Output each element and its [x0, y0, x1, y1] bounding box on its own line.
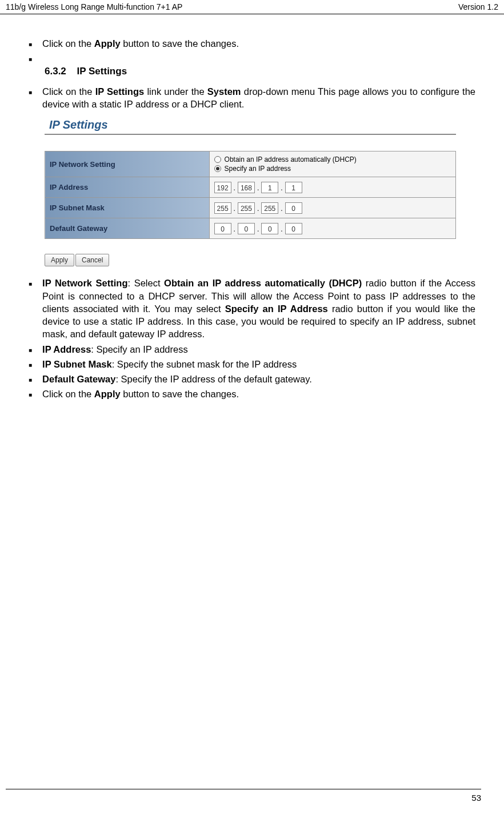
bullet-text: IP Network Setting: Select Obtain an IP …: [42, 277, 475, 340]
ip-octet-input[interactable]: 0: [261, 223, 278, 234]
config-table: IP Network Setting Obtain an IP address …: [45, 151, 456, 239]
ip-octet-input[interactable]: 0: [285, 202, 302, 214]
ip-octet-input[interactable]: 168: [238, 182, 255, 193]
bullet-marker-icon: ■: [29, 89, 32, 97]
subnet-label: IP Subnet Mask: [45, 198, 210, 218]
button-row: Apply Cancel: [45, 254, 456, 266]
bullet-apply-1: ■ Click on the Apply button to save the …: [29, 37, 475, 50]
bullet-ip-network-setting: ■ IP Network Setting: Select Obtain an I…: [29, 277, 475, 340]
ip-octet-input[interactable]: 0: [285, 223, 302, 234]
bullet-text: Click on the Apply button to save the ch…: [42, 388, 239, 400]
row-ip-address: IP Address 192.168.1.1: [45, 177, 456, 198]
bullet-text: Click on the IP Settings link under the …: [42, 85, 475, 111]
bullet-ip-settings-link: ■ Click on the IP Settings link under th…: [29, 85, 475, 111]
bullet-marker-icon: ■: [29, 361, 32, 369]
radio-icon: [214, 165, 221, 172]
title-underline: [45, 134, 456, 135]
page-number: 53: [471, 793, 481, 803]
bullet-apply-2: ■ Click on the Apply button to save the …: [29, 388, 475, 400]
ip-octet-input[interactable]: 1: [261, 182, 278, 193]
gateway-label: Default Gateway: [45, 218, 210, 239]
bullet-ip-address: ■ IP Address: Specify an IP address: [29, 343, 475, 356]
bullet-text: Click on the Apply button to save the ch…: [42, 37, 239, 50]
ip-octet-input[interactable]: 255: [261, 202, 278, 214]
header-right: Version 1.2: [458, 2, 498, 11]
row-default-gateway: Default Gateway 0.0.0.0: [45, 218, 456, 239]
bullet-text: Default Gateway: Specify the IP address …: [42, 373, 312, 385]
network-setting-value: Obtain an IP address automatically (DHCP…: [209, 151, 455, 177]
subnet-value: 255.255.255.0: [209, 198, 455, 218]
bullet-empty: ■: [29, 52, 475, 63]
bullet-marker-icon: ■: [29, 346, 32, 354]
bullet-marker-icon: ■: [29, 280, 32, 288]
ip-address-value: 192.168.1.1: [209, 177, 455, 198]
apply-button[interactable]: Apply: [45, 254, 74, 266]
header-left: 11b/g Wireless Long Range Multi-function…: [6, 2, 182, 11]
bullet-text: IP Subnet Mask: Specify the subnet mask …: [42, 358, 297, 370]
section-heading: 6.3.2 IP Settings: [45, 66, 475, 77]
row-network-setting: IP Network Setting Obtain an IP address …: [45, 151, 456, 177]
radio-static[interactable]: Specify an IP address: [214, 165, 451, 173]
page-content: ■ Click on the Apply button to save the …: [0, 14, 504, 401]
row-subnet-mask: IP Subnet Mask 255.255.255.0: [45, 198, 456, 218]
page-header: 11b/g Wireless Long Range Multi-function…: [0, 0, 504, 14]
ip-octet-input[interactable]: 1: [285, 182, 302, 193]
section-number: 6.3.2: [45, 66, 66, 77]
bullet-marker-icon: ■: [29, 41, 32, 49]
gateway-value: 0.0.0.0: [209, 218, 455, 239]
bullet-marker-icon: ■: [29, 376, 32, 384]
page-footer: 53: [6, 789, 481, 803]
ip-address-label: IP Address: [45, 177, 210, 198]
cancel-button[interactable]: Cancel: [75, 254, 109, 266]
ip-octet-input[interactable]: 0: [238, 223, 255, 234]
radio-label: Specify an IP address: [225, 165, 291, 173]
bullet-marker-icon: ■: [29, 391, 32, 399]
screenshot-title: IP Settings: [45, 118, 456, 131]
ip-octet-input[interactable]: 0: [214, 223, 231, 234]
ip-octet-input[interactable]: 255: [238, 202, 255, 214]
bullet-default-gateway: ■ Default Gateway: Specify the IP addres…: [29, 373, 475, 385]
radio-label: Obtain an IP address automatically (DHCP…: [225, 155, 357, 163]
network-setting-label: IP Network Setting: [45, 151, 210, 177]
section-title: IP Settings: [77, 66, 127, 77]
ip-octet-input[interactable]: 255: [214, 202, 231, 214]
bullet-text: IP Address: Specify an IP address: [42, 343, 188, 356]
radio-icon: [214, 156, 221, 163]
ip-settings-screenshot: IP Settings IP Network Setting Obtain an…: [45, 118, 456, 266]
radio-dhcp[interactable]: Obtain an IP address automatically (DHCP…: [214, 155, 451, 163]
ip-octet-input[interactable]: 192: [214, 182, 231, 193]
bullet-marker-icon: ■: [29, 55, 32, 63]
bullet-subnet-mask: ■ IP Subnet Mask: Specify the subnet mas…: [29, 358, 475, 370]
